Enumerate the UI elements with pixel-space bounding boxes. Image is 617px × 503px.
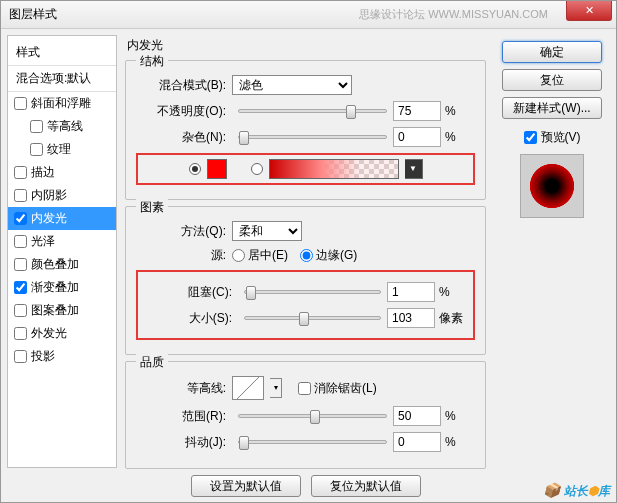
styles-list: 样式 混合选项:默认 斜面和浮雕等高线纹理描边内阴影内发光光泽颜色叠加渐变叠加图…	[7, 35, 117, 468]
style-item-10[interactable]: 外发光	[8, 322, 116, 345]
range-unit: %	[445, 409, 475, 423]
layer-style-dialog: 图层样式 思缘设计论坛 WWW.MISSYUAN.COM ✕ 样式 混合选项:默…	[0, 0, 617, 503]
style-checkbox-11[interactable]	[14, 350, 27, 363]
options-panel: 内发光 结构 混合模式(B): 滤色 不透明度(O): % 杂色(N):	[117, 35, 494, 468]
preview-label: 预览(V)	[541, 129, 581, 146]
choke-size-highlight-box: 阻塞(C): % 大小(S): 像素	[136, 270, 475, 340]
jitter-label: 抖动(J):	[136, 434, 226, 451]
new-style-button[interactable]: 新建样式(W)...	[502, 97, 602, 119]
style-item-6[interactable]: 光泽	[8, 230, 116, 253]
blend-options-default[interactable]: 混合选项:默认	[8, 66, 116, 92]
opacity-unit: %	[445, 104, 475, 118]
size-slider[interactable]	[244, 316, 381, 320]
style-checkbox-1[interactable]	[30, 120, 43, 133]
style-checkbox-10[interactable]	[14, 327, 27, 340]
preview-box	[520, 154, 584, 218]
ok-button[interactable]: 确定	[502, 41, 602, 63]
style-item-11[interactable]: 投影	[8, 345, 116, 368]
style-label-5: 内发光	[31, 210, 67, 227]
jitter-input[interactable]	[393, 432, 441, 452]
style-checkbox-5[interactable]	[14, 212, 27, 225]
style-item-4[interactable]: 内阴影	[8, 184, 116, 207]
range-label: 范围(R):	[136, 408, 226, 425]
structure-group: 结构 混合模式(B): 滤色 不透明度(O): % 杂色(N):	[125, 60, 486, 200]
style-checkbox-8[interactable]	[14, 281, 27, 294]
source-center-label: 居中(E)	[248, 247, 288, 264]
style-item-5[interactable]: 内发光	[8, 207, 116, 230]
solid-color-swatch[interactable]	[207, 159, 227, 179]
blend-mode-label: 混合模式(B):	[136, 77, 226, 94]
jitter-slider[interactable]	[238, 440, 387, 444]
style-label-0: 斜面和浮雕	[31, 95, 91, 112]
preview-checkbox[interactable]	[524, 131, 537, 144]
style-checkbox-6[interactable]	[14, 235, 27, 248]
style-item-9[interactable]: 图案叠加	[8, 299, 116, 322]
style-checkbox-2[interactable]	[30, 143, 43, 156]
elements-group: 图素 方法(Q): 柔和 源: 居中(E) 边缘(G) 阻塞(C):	[125, 206, 486, 355]
style-checkbox-7[interactable]	[14, 258, 27, 271]
style-label-8: 渐变叠加	[31, 279, 79, 296]
cancel-button[interactable]: 复位	[502, 69, 602, 91]
titlebar: 图层样式 思缘设计论坛 WWW.MISSYUAN.COM ✕	[1, 1, 616, 29]
method-label: 方法(Q):	[136, 223, 226, 240]
style-checkbox-3[interactable]	[14, 166, 27, 179]
style-label-4: 内阴影	[31, 187, 67, 204]
make-default-button[interactable]: 设置为默认值	[191, 475, 301, 497]
solid-color-radio[interactable]	[189, 163, 201, 175]
noise-input[interactable]	[393, 127, 441, 147]
quality-group: 品质 等高线: ▾ 消除锯齿(L) 范围(R): % 抖动	[125, 361, 486, 469]
choke-label: 阻塞(C):	[142, 284, 232, 301]
style-item-2[interactable]: 纹理	[8, 138, 116, 161]
contour-picker[interactable]	[232, 376, 264, 400]
style-item-7[interactable]: 颜色叠加	[8, 253, 116, 276]
structure-title: 结构	[136, 53, 168, 70]
noise-unit: %	[445, 130, 475, 144]
choke-input[interactable]	[387, 282, 435, 302]
antialias-checkbox[interactable]	[298, 382, 311, 395]
size-unit: 像素	[439, 310, 469, 327]
source-edge-radio[interactable]	[300, 249, 313, 262]
blend-mode-select[interactable]: 滤色	[232, 75, 352, 95]
elements-title: 图素	[136, 199, 168, 216]
style-label-3: 描边	[31, 164, 55, 181]
style-checkbox-9[interactable]	[14, 304, 27, 317]
style-checkbox-0[interactable]	[14, 97, 27, 110]
choke-unit: %	[439, 285, 469, 299]
method-select[interactable]: 柔和	[232, 221, 302, 241]
reset-default-button[interactable]: 复位为默认值	[311, 475, 421, 497]
noise-slider[interactable]	[238, 135, 387, 139]
range-input[interactable]	[393, 406, 441, 426]
opacity-slider[interactable]	[238, 109, 387, 113]
style-item-1[interactable]: 等高线	[8, 115, 116, 138]
window-title: 图层样式	[9, 6, 359, 23]
choke-slider[interactable]	[244, 290, 381, 294]
style-item-3[interactable]: 描边	[8, 161, 116, 184]
contour-label: 等高线:	[136, 380, 226, 397]
content-area: 样式 混合选项:默认 斜面和浮雕等高线纹理描边内阴影内发光光泽颜色叠加渐变叠加图…	[1, 29, 616, 474]
style-item-0[interactable]: 斜面和浮雕	[8, 92, 116, 115]
source-center-radio[interactable]	[232, 249, 245, 262]
range-slider[interactable]	[238, 414, 387, 418]
footer-watermark: 📦 站长⬢库	[543, 482, 610, 500]
style-item-8[interactable]: 渐变叠加	[8, 276, 116, 299]
noise-label: 杂色(N):	[136, 129, 226, 146]
style-label-6: 光泽	[31, 233, 55, 250]
quality-title: 品质	[136, 354, 168, 371]
gradient-dropdown[interactable]: ▼	[405, 159, 423, 179]
contour-dropdown[interactable]: ▾	[270, 378, 282, 398]
styles-header[interactable]: 样式	[8, 40, 116, 66]
source-label: 源:	[136, 247, 226, 264]
gradient-preview[interactable]	[269, 159, 399, 179]
color-highlight-box: ▼	[136, 153, 475, 185]
size-input[interactable]	[387, 308, 435, 328]
antialias-label: 消除锯齿(L)	[314, 380, 377, 397]
right-panel: 确定 复位 新建样式(W)... 预览(V)	[494, 35, 610, 468]
close-button[interactable]: ✕	[566, 1, 612, 21]
style-label-1: 等高线	[47, 118, 83, 135]
gradient-radio[interactable]	[251, 163, 263, 175]
style-checkbox-4[interactable]	[14, 189, 27, 202]
opacity-input[interactable]	[393, 101, 441, 121]
jitter-unit: %	[445, 435, 475, 449]
style-label-11: 投影	[31, 348, 55, 365]
source-edge-label: 边缘(G)	[316, 247, 357, 264]
